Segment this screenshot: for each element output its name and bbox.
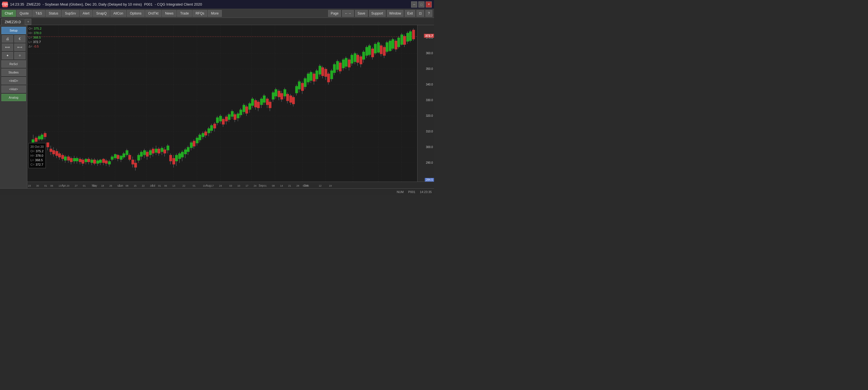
x-date-30: 30: [36, 184, 39, 187]
svg-rect-33: [44, 133, 46, 137]
help-button[interactable]: ?: [425, 10, 432, 17]
menu-news[interactable]: News: [162, 10, 177, 17]
delta-val: -0.5: [33, 44, 39, 49]
setup-button[interactable]: Setup: [1, 27, 26, 34]
svg-rect-269: [389, 41, 392, 51]
close-button[interactable]: ✕: [426, 1, 432, 7]
svg-rect-197: [283, 89, 286, 96]
menu-more[interactable]: More: [208, 10, 221, 17]
x-date-13b: 13: [172, 184, 175, 187]
x-date-23: 23: [28, 184, 31, 187]
svg-rect-135: [193, 141, 195, 146]
nav-button[interactable]: ←→: [342, 10, 354, 17]
euro-icon[interactable]: €: [14, 35, 25, 42]
print-icon[interactable]: 🖨: [2, 35, 13, 42]
page-button[interactable]: Page: [328, 10, 341, 17]
x-axis: Apr. May Jun Jul Aug Sep Oct 23 30 01 06…: [27, 182, 434, 188]
tab-zmez20[interactable]: ZMEZ20.D: [1, 19, 25, 25]
support-button[interactable]: Support: [369, 10, 386, 17]
svg-rect-151: [216, 117, 219, 123]
low1-key: L=: [29, 35, 32, 40]
restore2-button[interactable]: ⊡: [416, 10, 424, 17]
menu-alert[interactable]: Alert: [80, 10, 93, 17]
menu-options[interactable]: Options: [127, 10, 145, 17]
x-date-29: 29: [150, 184, 153, 187]
svg-rect-125: [178, 153, 181, 159]
exit-button[interactable]: Exit: [405, 10, 415, 17]
restore-button[interactable]: □: [418, 1, 425, 7]
svg-rect-231: [333, 64, 336, 73]
x-date-22a: 22: [142, 184, 145, 187]
window-button[interactable]: Window: [387, 10, 404, 17]
svg-rect-63: [87, 159, 90, 162]
svg-rect-24: [32, 140, 34, 143]
low2-val: 372.7: [33, 40, 41, 44]
x-date-15: 15: [134, 184, 136, 187]
menu-allcon[interactable]: AllCon: [110, 10, 126, 17]
price-330: 330.0: [426, 99, 433, 102]
chart-inner[interactable]: O= 375.2 H= 378.0 L= 368.5 L= 372.7: [27, 25, 417, 182]
svg-rect-129: [184, 149, 187, 154]
svg-rect-221: [319, 66, 321, 74]
tab-add-button[interactable]: +: [25, 19, 31, 25]
x-date-20a: 20: [67, 184, 69, 187]
svg-rect-251: [362, 52, 365, 60]
menu-rfqs[interactable]: RFQs: [192, 10, 207, 17]
x-date-06b: 06: [164, 184, 167, 187]
sidebar: Setup 🖨 € ⟺ ⟻ ✦ ✧ ReScl Studies <IntD> <…: [0, 25, 27, 188]
minimize-button[interactable]: ─: [411, 1, 417, 7]
price-290: 290.0: [426, 161, 433, 164]
arrows-icon-1[interactable]: ⟺: [2, 43, 13, 51]
analog-button[interactable]: Analog: [1, 94, 26, 101]
svg-rect-193: [278, 91, 280, 97]
menu-ordtkt[interactable]: OrdTkt: [145, 10, 162, 17]
b-close-key: C=: [30, 162, 34, 167]
tool-icon-1[interactable]: ✦: [2, 52, 13, 59]
x-label-aug: Aug: [206, 184, 211, 187]
svg-rect-165: [237, 113, 240, 118]
rescl-button[interactable]: ReScl: [1, 60, 26, 68]
high-val: 378.0: [33, 31, 41, 35]
menu-chart[interactable]: Chart: [2, 10, 16, 17]
svg-rect-247: [356, 55, 359, 63]
svg-rect-239: [345, 58, 347, 67]
x-date-01f: 01: [264, 184, 267, 187]
menu-quote[interactable]: Quote: [17, 10, 32, 17]
svg-rect-235: [339, 63, 342, 71]
svg-rect-69: [96, 160, 99, 163]
price-300: 300.0: [426, 146, 433, 149]
svg-rect-167: [239, 110, 242, 115]
menu-supsrv[interactable]: SupSrv: [62, 10, 79, 17]
arrows-icon-2[interactable]: ⟻: [14, 43, 25, 51]
sidebar-icon-row-2: ⟺ ⟻: [2, 43, 25, 51]
svg-rect-89: [126, 150, 128, 155]
high-key: H=: [29, 31, 32, 35]
hist-button[interactable]: <Hist>: [1, 86, 26, 93]
chart-container: O= 375.2 H= 378.0 L= 368.5 L= 372.7: [27, 25, 434, 188]
menu-trade[interactable]: Trade: [177, 10, 192, 17]
price-axis: 370.0 360.0 350.0 340.0 330.0 320.0 310.…: [417, 25, 434, 182]
svg-rect-101: [143, 150, 146, 155]
svg-rect-245: [353, 53, 356, 62]
svg-rect-81: [114, 154, 117, 158]
title-bar: CQG 14:23:35 ZMEZ20 - Soybean Meal (Glob…: [0, 0, 434, 9]
svg-rect-49: [67, 156, 70, 160]
menu-ts[interactable]: T&S: [32, 10, 45, 17]
x-date-21: 21: [288, 184, 291, 187]
svg-rect-139: [198, 134, 202, 140]
svg-rect-57: [79, 159, 82, 162]
x-date-11: 11: [93, 184, 96, 187]
menu-status[interactable]: Status: [45, 10, 61, 17]
studies-button[interactable]: Studies: [1, 69, 26, 76]
save-button[interactable]: Save: [355, 10, 368, 17]
svg-rect-51: [70, 158, 72, 162]
tool-icon-2[interactable]: ✧: [14, 52, 25, 59]
menu-snapq[interactable]: SnapQ: [93, 10, 110, 17]
svg-rect-131: [187, 147, 190, 152]
svg-rect-113: [161, 148, 163, 152]
x-date-10a: 10: [203, 184, 206, 187]
intd-button[interactable]: <IntD>: [1, 77, 26, 84]
svg-rect-201: [289, 95, 292, 102]
svg-rect-143: [205, 131, 207, 136]
x-date-03: 03: [229, 184, 232, 187]
